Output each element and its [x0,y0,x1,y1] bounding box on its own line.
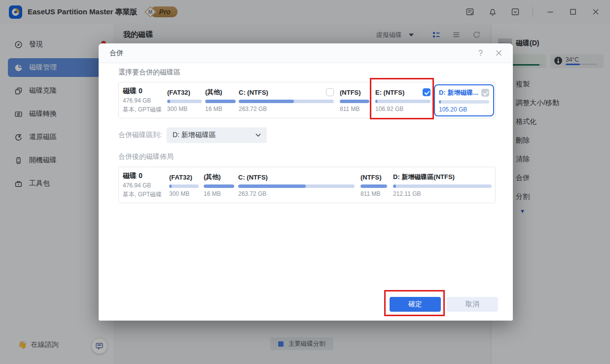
dialog-title: 合併 [109,49,123,58]
ok-button[interactable]: 確定 [390,297,441,312]
select-partitions-label: 選擇要合併的磁碟區 [118,68,180,77]
partition-usage-bar [238,184,355,188]
disk-info: 磁碟 0 476.94 GB 基本, GPT磁碟 [123,87,165,114]
partition-size: 105.20 GB [439,106,489,113]
disk-name: 磁碟 0 [123,87,165,96]
partition-usage-bar [340,100,369,103]
partition-d-checkbox [481,89,489,97]
result-layout-label: 合併後的磁碟佈局 [118,152,174,161]
partition-col-fat32: (FAT32) 300 MB [167,88,202,112]
partition-size: 300 MB [169,190,199,197]
partition-size: 106.92 GB [375,106,431,112]
partition-size: 263.72 GB [238,190,355,197]
partition-e-checkbox[interactable] [423,88,431,96]
partition-usage-bar [205,100,236,103]
merge-dialog: 合併 ? 選擇要合併的磁碟區 磁碟 0 476.94 GB 基本, GPT磁碟 … [99,43,513,321]
disk-type: 基本, GPT磁碟 [123,190,165,199]
dialog-header: 合併 ? [99,43,513,63]
partition-label: D: 新增磁碟區(NTFS) [393,173,455,182]
partition-size: 16 MB [205,106,236,112]
partition-col-ntfs-811: (NTFS) 811 MB [360,173,387,197]
dialog-help-icon[interactable]: ? [478,49,483,58]
disk-type: 基本, GPT磁碟 [123,106,165,114]
merge-to-label: 合併磁碟區到: [118,131,162,140]
partition-label: C: (NTFS) [239,89,268,96]
partition-label: (FAT32) [167,89,190,96]
dialog-close-icon[interactable] [496,50,502,56]
disk-size: 476.94 GB [123,97,165,104]
partition-col-c: C: (NTFS) 263.72 GB [239,88,334,112]
partition-label: D: 新增磁碟... [439,88,478,97]
partition-usage-bar [439,100,489,104]
partition-label: (其他) [205,88,222,97]
disk-size: 476.94 GB [123,182,165,189]
merge-target-row: 合併磁碟區到: D: 新增磁碟區 [118,127,267,143]
partition-size: 212.11 GB [393,190,492,197]
partition-col-fat32: (FAT32) 300 MB [169,173,199,197]
partition-usage-bar [393,184,492,188]
partition-label: E: (NTFS) [375,89,404,96]
merge-target-value: D: 新增磁碟區 [173,131,216,140]
disk-row-before: 磁碟 0 476.94 GB 基本, GPT磁碟 (FAT32) 300 MB … [118,82,496,118]
partition-usage-bar [167,100,202,103]
merge-target-dropdown[interactable]: D: 新增磁碟區 [167,127,267,143]
partition-usage-bar [239,100,334,103]
partition-usage-bar [169,184,199,188]
partition-size: 300 MB [167,106,202,112]
partition-col-ntfs-811: (NTFS) 811 MB [340,88,369,112]
partition-label: (NTFS) [360,174,382,181]
partition-col-other: (其他) 16 MB [204,173,234,197]
chevron-down-icon [255,133,261,137]
partition-usage-bar [375,100,431,103]
cancel-button[interactable]: 取消 [447,297,498,312]
app-window: EaseUS Partition Master 專業版 M Pro [0,0,610,364]
partition-col-c: C: (NTFS) 263.72 GB [238,173,355,197]
partition-label: C: (NTFS) [238,174,268,181]
disk-row-after: 磁碟 0 476.94 GB 基本, GPT磁碟 (FAT32) 300 MB … [118,167,496,203]
disk-name: 磁碟 0 [123,172,165,181]
partition-size: 811 MB [340,106,369,112]
partition-size: 263.72 GB [239,106,334,112]
partition-usage-bar [204,184,234,188]
disk-info: 磁碟 0 476.94 GB 基本, GPT磁碟 [123,172,165,199]
partition-label: (FAT32) [169,174,192,181]
partition-col-other: (其他) 16 MB [205,88,236,112]
partition-label: (NTFS) [340,89,361,96]
partition-size: 16 MB [204,190,234,197]
partition-col-d-merged: D: 新增磁碟區(NTFS) 212.11 GB [393,173,492,197]
partition-label: (其他) [204,173,221,182]
partition-c-checkbox[interactable] [326,88,334,96]
partition-usage-bar [360,184,387,188]
partition-col-e: E: (NTFS) 106.92 GB [375,88,431,112]
partition-size: 811 MB [360,190,387,197]
partition-col-d-target[interactable]: D: 新增磁碟... 105.20 GB [434,84,494,116]
